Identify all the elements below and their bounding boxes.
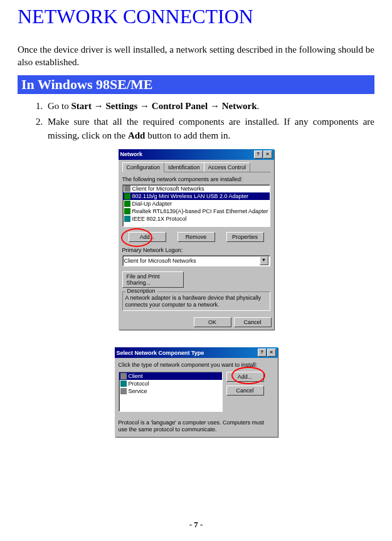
adapter-icon: [124, 208, 130, 214]
title-bar: Network ? ×: [119, 149, 274, 160]
ok-button[interactable]: OK: [194, 317, 231, 327]
list-item[interactable]: Service: [119, 387, 222, 395]
chevron-down-icon[interactable]: ▼: [260, 256, 268, 265]
tab-access-control[interactable]: Access Control: [204, 162, 251, 172]
help-icon[interactable]: ?: [254, 150, 263, 159]
close-icon[interactable]: ×: [267, 349, 276, 357]
cancel-button[interactable]: Cancel: [234, 317, 272, 327]
cancel-button[interactable]: Cancel: [226, 386, 264, 396]
properties-button[interactable]: Properties: [226, 232, 264, 242]
add-button[interactable]: Add...: [129, 232, 166, 242]
component-type-listbox[interactable]: Client Protocol Service: [119, 372, 223, 412]
list-item[interactable]: IEEE 802.1X Protocol: [123, 215, 270, 223]
description-group: Description A network adapter is a hardw…: [122, 292, 270, 312]
description-text: Protocol is a 'language' a computer uses…: [119, 419, 274, 433]
adapter-icon: [124, 201, 130, 207]
title-bar: Select Network Component Type ? ×: [115, 347, 278, 358]
section-header-windows: In Windows 98SE/ME: [18, 75, 374, 94]
tab-configuration[interactable]: Configuration: [122, 162, 165, 172]
dialog-title: Select Network Component Type: [117, 350, 204, 356]
dialog-title: Network: [120, 151, 143, 157]
remove-button[interactable]: Remove: [177, 232, 215, 242]
add-button[interactable]: Add...: [226, 372, 264, 382]
network-dialog: Network ? × Configuration Identification…: [119, 149, 274, 330]
list-item[interactable]: Client for Microsoft Networks: [123, 185, 270, 192]
protocol-icon: [120, 381, 127, 387]
step-1: Go to Start → Settings → Control Panel →…: [45, 99, 374, 113]
tab-strip: Configuration Identification Access Cont…: [122, 162, 270, 172]
primary-logon-dropdown[interactable]: Client for Microsoft Networks ▼: [122, 255, 270, 266]
page-number: - 7 -: [0, 520, 392, 530]
protocol-icon: [124, 216, 130, 222]
close-icon[interactable]: ×: [263, 150, 272, 159]
intro-paragraph: Once the device driver is well installed…: [18, 43, 374, 69]
file-print-sharing-button[interactable]: File and Print Sharing...: [122, 271, 184, 288]
prompt-label: Click the type of network component you …: [115, 358, 278, 368]
client-icon: [120, 373, 127, 379]
step-2: Make sure that all the required componen…: [45, 115, 374, 143]
list-item[interactable]: Dial-Up Adapter: [123, 200, 270, 207]
list-item[interactable]: Protocol: [119, 380, 222, 387]
client-icon: [124, 186, 130, 192]
logon-label: Primary Network Logon:: [122, 247, 270, 253]
service-icon: [120, 388, 127, 394]
select-component-dialog: Select Network Component Type ? × Click …: [115, 347, 278, 437]
adapter-icon: [124, 193, 130, 199]
list-item[interactable]: 802.11b/g Mini Wireless LAN USB 2.0 Adap…: [123, 192, 270, 200]
list-item[interactable]: Client: [119, 372, 222, 380]
components-label: The following network components are ins…: [122, 176, 270, 182]
components-listbox[interactable]: Client for Microsoft Networks 802.11b/g …: [122, 184, 270, 227]
tab-identification[interactable]: Identification: [164, 162, 204, 172]
list-item[interactable]: Realtek RTL8139(A)-based PCI Fast Ethern…: [123, 207, 270, 215]
page-heading: NETWORK CONNECTION: [18, 0, 374, 28]
help-icon[interactable]: ?: [258, 349, 267, 357]
